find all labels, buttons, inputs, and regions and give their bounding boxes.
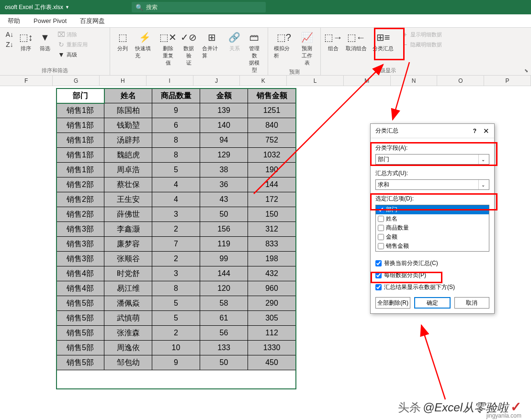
table-cell[interactable]: 销售3部 <box>56 237 104 252</box>
table-row[interactable]: 销售2部王生安443172 <box>56 192 296 207</box>
table-cell[interactable]: 9 <box>152 355 200 370</box>
table-cell[interactable]: 销售1部 <box>56 118 104 133</box>
below-check-input[interactable] <box>375 284 382 290</box>
table-cell[interactable]: 1251 <box>248 103 296 118</box>
col-header[interactable]: P <box>484 76 531 86</box>
table-cell[interactable]: 8 <box>152 133 200 148</box>
table-cell[interactable]: 58 <box>200 296 248 311</box>
col-header[interactable]: H <box>100 76 147 86</box>
table-header[interactable]: 部门 <box>56 88 104 103</box>
table-cell[interactable]: 销售5部 <box>56 341 104 355</box>
table-cell[interactable]: 销售4部 <box>56 281 104 296</box>
table-cell[interactable]: 4 <box>152 177 200 192</box>
tab-powerpivot[interactable]: Power Pivot <box>34 17 67 24</box>
search-box[interactable]: 🔍 <box>132 2 266 12</box>
tab-baidu[interactable]: 百度网盘 <box>80 17 105 25</box>
table-cell[interactable]: 10 <box>152 341 200 355</box>
help-icon[interactable]: ? <box>473 128 476 134</box>
table-cell[interactable]: 36 <box>200 177 248 192</box>
table-cell[interactable]: 销售5部 <box>56 355 104 370</box>
relationships-button[interactable]: 🔗关系 <box>226 30 243 53</box>
table-cell[interactable]: 752 <box>248 133 296 148</box>
pagebreak-checkbox[interactable]: 每组数据分页(P) <box>375 271 489 279</box>
listbox-item[interactable]: 销售金额 <box>376 242 489 251</box>
table-cell[interactable]: 140 <box>200 118 248 133</box>
table-row[interactable]: 销售1部钱勤堃6140840 <box>56 118 296 133</box>
table-cell[interactable]: 销售4部 <box>56 266 104 281</box>
below-checkbox[interactable]: 汇总结果显示在数据下方(S) <box>375 283 489 291</box>
listbox-item[interactable]: 商品数量 <box>376 223 489 232</box>
show-detail-button[interactable]: +显示明细数据 <box>399 30 444 39</box>
table-cell[interactable]: 潘佩焱 <box>104 296 152 311</box>
table-cell[interactable]: 3 <box>152 266 200 281</box>
table-cell[interactable]: 销售1部 <box>56 148 104 163</box>
table-cell[interactable]: 8 <box>152 281 200 296</box>
table-row[interactable]: 销售1部周卓浩538190 <box>56 163 296 177</box>
col-header[interactable]: F <box>0 76 53 86</box>
data-validation-button[interactable]: ✓⊘数据验 证 <box>180 30 198 67</box>
listbox-item[interactable]: 金额 <box>376 232 489 242</box>
table-cell[interactable]: 5 <box>152 163 200 177</box>
table-row[interactable]: 销售3部李鑫灏2156312 <box>56 222 296 237</box>
filter-button[interactable]: ▼筛选 <box>36 30 54 53</box>
table-cell[interactable]: 销售1部 <box>56 103 104 118</box>
table-cell[interactable]: 销售5部 <box>56 296 104 311</box>
table-cell[interactable]: 50 <box>200 355 248 370</box>
table-cell[interactable]: 312 <box>248 222 296 237</box>
table-cell[interactable]: 119 <box>200 237 248 252</box>
col-header[interactable]: M <box>344 76 391 86</box>
item-checkbox[interactable] <box>378 234 384 240</box>
item-checkbox[interactable] <box>378 207 384 213</box>
flash-fill-button[interactable]: ⚡快速填充 <box>133 30 157 60</box>
listbox-item[interactable]: 部门 <box>376 205 489 214</box>
table-header[interactable]: 销售金额 <box>248 88 296 103</box>
table-cell[interactable]: 190 <box>248 163 296 177</box>
table-row[interactable]: 销售1部魏皑虎81291032 <box>56 148 296 163</box>
table-cell[interactable]: 129 <box>200 148 248 163</box>
table-row[interactable]: 销售2部薛佛世350150 <box>56 207 296 222</box>
group-button[interactable]: ⬚→组合 <box>325 30 342 53</box>
table-cell[interactable]: 6 <box>152 118 200 133</box>
clear-button[interactable]: ⌧清除 <box>56 30 90 39</box>
table-cell[interactable]: 时党舒 <box>104 266 152 281</box>
table-cell[interactable]: 172 <box>248 192 296 207</box>
table-cell[interactable]: 56 <box>200 326 248 341</box>
table-cell[interactable]: 7 <box>152 237 200 252</box>
table-cell[interactable]: 290 <box>248 296 296 311</box>
ok-button[interactable]: 确定 <box>414 297 450 309</box>
close-icon[interactable]: ✕ <box>483 127 489 135</box>
col-header[interactable]: I <box>147 76 193 86</box>
table-cell[interactable]: 94 <box>200 133 248 148</box>
table-cell[interactable]: 武慎萌 <box>104 311 152 326</box>
table-row[interactable]: 销售4部易江维8120960 <box>56 281 296 296</box>
table-header[interactable]: 金额 <box>200 88 248 103</box>
table-cell[interactable]: 3 <box>152 207 200 222</box>
table-row[interactable]: 销售1部陈国柏91391251 <box>56 103 296 118</box>
table-cell[interactable]: 133 <box>200 341 248 355</box>
replace-checkbox[interactable]: 替换当前分类汇总(C) <box>375 259 489 267</box>
table-cell[interactable]: 销售2部 <box>56 192 104 207</box>
replace-check-input[interactable] <box>375 260 382 266</box>
table-cell[interactable]: 9 <box>152 103 200 118</box>
search-input[interactable] <box>146 4 262 11</box>
table-cell[interactable]: 43 <box>200 192 248 207</box>
listbox-item[interactable]: 姓名 <box>376 214 489 223</box>
item-checkbox[interactable] <box>378 225 384 231</box>
table-cell[interactable]: 50 <box>200 207 248 222</box>
table-cell[interactable]: 198 <box>248 252 296 266</box>
table-cell[interactable]: 960 <box>248 281 296 296</box>
sort-desc-button[interactable]: Z↓ <box>4 40 15 49</box>
table-row[interactable]: 销售4部时党舒3144432 <box>56 266 296 281</box>
table-row[interactable]: 销售5部潘佩焱558290 <box>56 296 296 311</box>
table-cell[interactable]: 销售2部 <box>56 207 104 222</box>
tab-help[interactable]: 帮助 <box>8 17 20 25</box>
remove-all-button[interactable]: 全部删除(R) <box>375 297 410 309</box>
item-checkbox[interactable] <box>378 216 384 222</box>
table-row[interactable]: 销售5部武慎萌561305 <box>56 311 296 326</box>
table-cell[interactable]: 蔡壮保 <box>104 177 152 192</box>
table-cell[interactable]: 张淮森 <box>104 326 152 341</box>
manage-model-button[interactable]: 🗃管理数 据模型 <box>245 30 264 75</box>
table-row[interactable]: 销售5部张淮森256112 <box>56 326 296 341</box>
table-cell[interactable]: 王生安 <box>104 192 152 207</box>
table-row[interactable]: 销售3部张顺谷299198 <box>56 252 296 266</box>
